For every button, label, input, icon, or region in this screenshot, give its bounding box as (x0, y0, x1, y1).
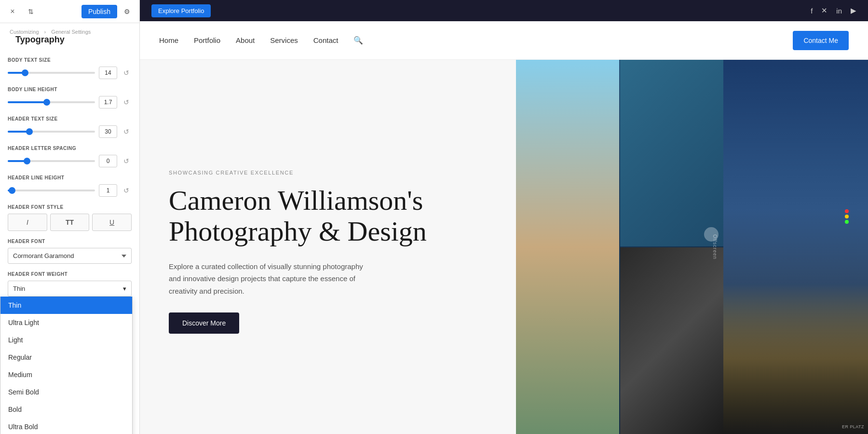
nav-link-contact[interactable]: Contact (313, 36, 339, 44)
twitter-x-icon[interactable]: ✕ (821, 6, 827, 15)
body-text-size-label: BODY TEXT SIZE (8, 57, 132, 63)
social-icons-group: f ✕ in ▶ (811, 6, 856, 15)
body-line-height-slider[interactable] (8, 101, 95, 103)
header-line-height-group: HEADER LINE HEIGHT 1 ↺ (8, 175, 132, 197)
hero-left: SHOWCASING CREATIVE EXCELLENCE Cameron W… (140, 60, 516, 434)
hero-description: Explore a curated collection of visually… (169, 260, 371, 298)
header-letter-spacing-reset[interactable]: ↺ (121, 156, 132, 166)
dropdown-item-medium[interactable]: Medium (0, 366, 132, 383)
dropdown-item-semibold[interactable]: Semi Bold (0, 383, 132, 401)
italic-button[interactable]: I (8, 214, 47, 231)
header-line-height-slider-row: 1 ↺ (8, 184, 132, 197)
top-bar-left: × ⇅ (6, 5, 38, 18)
header-line-height-label: HEADER LINE HEIGHT (8, 175, 132, 180)
body-line-height-value[interactable]: 1.7 (99, 96, 117, 108)
bold-button[interactable]: TT (50, 214, 90, 231)
header-text-size-slider-row: 30 ↺ (8, 125, 132, 138)
nav-link-portfolio[interactable]: Portfolio (194, 36, 220, 44)
body-line-height-slider-row: 1.7 ↺ (8, 96, 132, 108)
breadcrumb-part2[interactable]: General Settings (51, 29, 91, 35)
nav-links: Home Portfolio About Services Contact 🔍 (159, 36, 363, 45)
dropdown-item-light[interactable]: Light (0, 331, 132, 349)
header-font-group: HEADER FONT Cormorant Garamond (8, 239, 132, 264)
body-text-size-group: BODY TEXT SIZE 14 ↺ (8, 57, 132, 79)
linkedin-icon[interactable]: in (836, 7, 842, 15)
dropdown-item-thin[interactable]: Thin (0, 297, 132, 314)
breadcrumb: Customizing › General Settings Typograph… (0, 23, 139, 54)
panel-title: Typography (8, 35, 132, 51)
dropdown-item-ultrabold[interactable]: Ultra Bold (0, 418, 132, 434)
settings-gear-button[interactable]: ⚙ (120, 5, 134, 18)
customizer-panel: × ⇅ Publish ⚙ Customizing › General Sett… (0, 0, 140, 434)
header-line-height-reset[interactable]: ↺ (121, 185, 132, 196)
header-line-height-value[interactable]: 1 (99, 184, 117, 197)
dropdown-item-regular[interactable]: Regular (0, 349, 132, 366)
header-font-label: HEADER FONT (8, 239, 132, 244)
font-weight-selector: Thin ▾ Thin Ultra Light Light Regular Me… (8, 281, 132, 297)
font-style-row: I TT U (8, 214, 132, 231)
breadcrumb-text: Customizing › General Settings (8, 29, 132, 35)
header-font-style-label: HEADER FONT STYLE (8, 204, 132, 210)
publish-area: Publish ⚙ (81, 5, 134, 18)
chevron-down-icon: ▾ (123, 285, 126, 292)
nav-link-services[interactable]: Services (270, 36, 298, 44)
site-main: SHOWCASING CREATIVE EXCELLENCE Cameron W… (140, 60, 868, 434)
city-strip-image: ER PLATZ (723, 60, 868, 434)
er-platz-label: ER PLATZ (842, 424, 864, 429)
youtube-icon[interactable]: ▶ (851, 6, 856, 15)
header-letter-spacing-slider-row: 0 ↺ (8, 155, 132, 167)
dropdown-item-ultralight[interactable]: Ultra Light (0, 314, 132, 331)
font-weight-dropdown: Thin Ultra Light Light Regular Medium Se… (0, 297, 133, 434)
header-text-size-label: HEADER TEXT SIZE (8, 116, 132, 122)
publish-button[interactable]: Publish (81, 5, 117, 18)
close-button[interactable]: × (6, 5, 19, 18)
font-weight-display[interactable]: Thin ▾ (8, 281, 132, 297)
nav-link-about[interactable]: About (236, 36, 255, 44)
traffic-light (845, 209, 849, 224)
explore-portfolio-button[interactable]: Explore Portfolio (151, 4, 211, 17)
hero-subtitle: SHOWCASING CREATIVE EXCELLENCE (169, 170, 487, 176)
body-line-height-group: BODY LINE HEIGHT 1.7 ↺ (8, 87, 132, 108)
hero-right-image: Offscreen (516, 60, 723, 434)
header-text-size-group: HEADER TEXT SIZE 30 ↺ (8, 116, 132, 138)
facebook-icon[interactable]: f (811, 7, 813, 15)
header-font-weight-label: HEADER FONT WEIGHT (8, 271, 132, 277)
undo-redo-button[interactable]: ⇅ (24, 5, 38, 18)
header-text-size-reset[interactable]: ↺ (121, 126, 132, 137)
photo-collage (516, 60, 723, 434)
body-text-size-slider[interactable] (8, 72, 95, 74)
header-letter-spacing-slider[interactable] (8, 160, 95, 162)
header-letter-spacing-group: HEADER LETTER SPACING 0 ↺ (8, 146, 132, 167)
site-top-bar: Explore Portfolio f ✕ in ▶ (140, 0, 868, 21)
header-line-height-slider[interactable] (8, 190, 95, 191)
nav-link-home[interactable]: Home (159, 36, 178, 44)
contact-me-button[interactable]: Contact Me (793, 31, 849, 50)
header-text-size-value[interactable]: 30 (99, 125, 117, 138)
header-font-dropdown[interactable]: Cormorant Garamond (8, 248, 132, 264)
photo-3 (620, 247, 723, 434)
hero-title: Cameron Williamson's Photography & Desig… (169, 185, 487, 247)
header-font-weight-group: HEADER FONT WEIGHT Thin ▾ Thin Ultra Lig… (8, 271, 132, 297)
body-line-height-reset[interactable]: ↺ (121, 97, 132, 108)
header-letter-spacing-value[interactable]: 0 (99, 155, 117, 167)
dropdown-item-bold[interactable]: Bold (0, 401, 132, 418)
traffic-light-yellow (845, 215, 849, 218)
discover-more-button[interactable]: Discover More (169, 312, 239, 334)
underline-button[interactable]: U (92, 214, 132, 231)
font-weight-current: Thin (13, 285, 25, 292)
offscreen-label: Offscreen (712, 234, 717, 259)
photo-1 (516, 60, 619, 434)
hero-image-collage: Offscreen (516, 60, 723, 434)
site-nav: Home Portfolio About Services Contact 🔍 … (140, 21, 868, 60)
body-text-size-reset[interactable]: ↺ (121, 68, 132, 78)
search-icon[interactable]: 🔍 (353, 36, 363, 45)
breadcrumb-part1[interactable]: Customizing (10, 29, 39, 35)
body-text-size-slider-row: 14 ↺ (8, 67, 132, 79)
traffic-light-red (845, 209, 849, 213)
header-letter-spacing-label: HEADER LETTER SPACING (8, 146, 132, 151)
body-text-size-value[interactable]: 14 (99, 67, 117, 79)
site-preview: Explore Portfolio f ✕ in ▶ Home Portfoli… (140, 0, 868, 434)
header-font-style-group: HEADER FONT STYLE I TT U (8, 204, 132, 231)
photo-2 (620, 60, 723, 246)
header-text-size-slider[interactable] (8, 131, 95, 133)
